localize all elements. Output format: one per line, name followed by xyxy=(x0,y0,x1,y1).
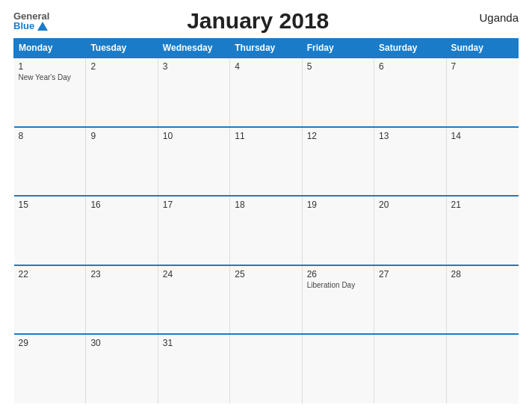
day-number: 31 xyxy=(163,338,225,348)
day-cell: 30 xyxy=(86,334,158,404)
day-number: 25 xyxy=(235,269,297,279)
logo-blue-text: Blue xyxy=(13,21,48,31)
calendar-page: General Blue January 2018 Uganda Monday … xyxy=(0,0,532,411)
day-cell: 20 xyxy=(374,196,446,265)
day-number: 14 xyxy=(451,131,514,141)
day-cell: 2 xyxy=(86,58,158,127)
day-number: 15 xyxy=(19,200,81,210)
week-row-4: 2223242526Liberation Day2728 xyxy=(14,265,519,335)
calendar-title: January 2018 xyxy=(49,8,466,34)
header-friday: Friday xyxy=(302,39,374,58)
day-cell: 6 xyxy=(374,58,446,127)
day-number: 18 xyxy=(235,200,297,210)
day-number: 7 xyxy=(451,61,514,72)
day-cell: 27 xyxy=(374,265,446,335)
day-number: 6 xyxy=(379,61,441,72)
day-cell: 15 xyxy=(14,196,86,265)
day-cell: 3 xyxy=(158,58,229,127)
day-number: 27 xyxy=(379,269,441,279)
week-row-5: 293031 xyxy=(14,334,519,404)
week-row-1: 1New Year's Day234567 xyxy=(14,58,519,127)
day-number: 13 xyxy=(379,131,441,141)
day-cell: 22 xyxy=(14,265,86,335)
day-cell: 25 xyxy=(230,265,302,335)
holiday-label: New Year's Day xyxy=(19,73,81,81)
day-number: 8 xyxy=(19,131,81,141)
day-cell: 26Liberation Day xyxy=(302,265,374,335)
day-cell xyxy=(374,334,446,404)
day-number: 5 xyxy=(307,61,369,72)
day-number: 9 xyxy=(90,131,152,141)
day-cell: 24 xyxy=(158,265,229,335)
day-number: 22 xyxy=(19,269,81,279)
day-number: 24 xyxy=(163,269,225,279)
header-saturday: Saturday xyxy=(374,39,446,58)
week-row-2: 891011121314 xyxy=(14,127,519,197)
day-number: 21 xyxy=(451,200,514,210)
day-number: 4 xyxy=(235,61,297,72)
day-cell xyxy=(230,334,302,404)
day-number: 1 xyxy=(19,61,81,72)
header: General Blue January 2018 Uganda xyxy=(13,11,519,34)
calendar-table: Monday Tuesday Wednesday Thursday Friday… xyxy=(13,38,519,404)
day-cell: 19 xyxy=(302,196,374,265)
logo: General Blue xyxy=(13,11,49,31)
day-cell: 16 xyxy=(86,196,158,265)
day-number: 30 xyxy=(90,338,152,348)
day-number: 3 xyxy=(163,61,225,72)
day-cell: 11 xyxy=(230,127,302,197)
day-number: 29 xyxy=(19,338,81,348)
header-monday: Monday xyxy=(14,39,86,58)
day-cell: 31 xyxy=(158,334,229,404)
day-cell: 28 xyxy=(446,265,518,335)
day-cell: 23 xyxy=(86,265,158,335)
day-number: 10 xyxy=(163,131,225,141)
day-number: 2 xyxy=(90,61,152,72)
day-cell: 12 xyxy=(302,127,374,197)
day-number: 19 xyxy=(307,200,369,210)
day-number: 16 xyxy=(90,200,152,210)
header-sunday: Sunday xyxy=(446,39,518,58)
day-cell: 4 xyxy=(230,58,302,127)
day-cell: 21 xyxy=(446,196,518,265)
day-number: 11 xyxy=(235,131,297,141)
day-cell: 7 xyxy=(446,58,518,127)
logo-triangle-icon xyxy=(37,22,48,31)
day-number: 23 xyxy=(90,269,152,279)
day-cell: 8 xyxy=(14,127,86,197)
day-headers-row: Monday Tuesday Wednesday Thursday Friday… xyxy=(14,39,519,58)
day-cell: 10 xyxy=(158,127,229,197)
day-cell: 13 xyxy=(374,127,446,197)
holiday-label: Liberation Day xyxy=(307,281,369,289)
day-number: 28 xyxy=(451,269,514,279)
header-thursday: Thursday xyxy=(230,39,302,58)
day-cell: 14 xyxy=(446,127,518,197)
day-number: 17 xyxy=(163,200,225,210)
week-row-3: 15161718192021 xyxy=(14,196,519,265)
day-cell: 5 xyxy=(302,58,374,127)
day-cell: 29 xyxy=(14,334,86,404)
day-cell: 1New Year's Day xyxy=(14,58,86,127)
day-cell: 17 xyxy=(158,196,229,265)
day-cell: 9 xyxy=(86,127,158,197)
day-cell xyxy=(302,334,374,404)
day-number: 20 xyxy=(379,200,441,210)
day-number: 26 xyxy=(307,269,369,279)
day-number: 12 xyxy=(307,131,369,141)
country-label: Uganda xyxy=(466,11,519,24)
day-cell xyxy=(446,334,518,404)
header-wednesday: Wednesday xyxy=(158,39,229,58)
header-tuesday: Tuesday xyxy=(86,39,158,58)
day-cell: 18 xyxy=(230,196,302,265)
